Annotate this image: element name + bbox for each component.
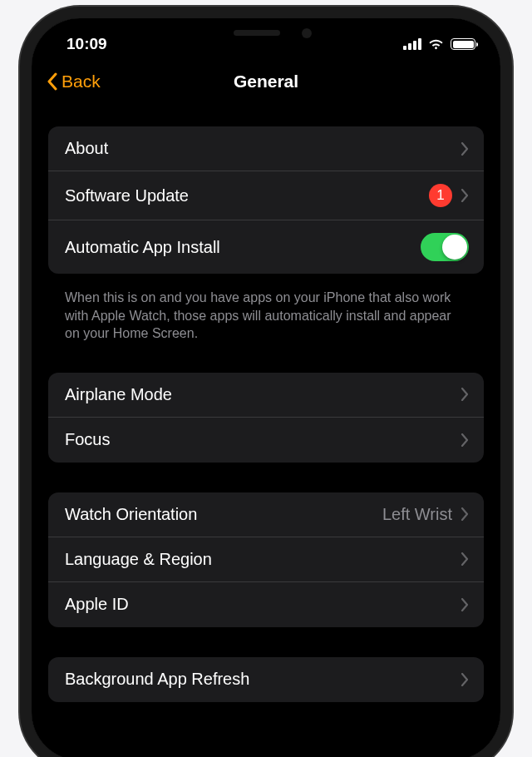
row-focus[interactable]: Focus: [48, 418, 484, 463]
row-label: Automatic App Install: [65, 238, 220, 257]
back-button[interactable]: Back: [47, 72, 101, 92]
cellular-signal-icon: [403, 38, 421, 50]
row-apple-id[interactable]: Apple ID: [48, 582, 484, 627]
settings-group-1: About Software Update 1 Automatic App In…: [48, 126, 484, 274]
chevron-right-icon: [461, 673, 469, 686]
chevron-right-icon: [461, 433, 469, 447]
row-label: Airplane Mode: [65, 385, 172, 404]
chevron-right-icon: [461, 388, 469, 401]
row-about[interactable]: About: [48, 126, 484, 171]
row-label: Background App Refresh: [65, 670, 249, 689]
row-label: Watch Orientation: [65, 505, 197, 524]
row-label: Apple ID: [65, 595, 129, 614]
row-label: Software Update: [65, 186, 189, 205]
navigation-bar: Back General: [32, 60, 500, 103]
row-language-region[interactable]: Language & Region: [48, 537, 484, 582]
chevron-right-icon: [461, 552, 469, 566]
page-title: General: [234, 72, 298, 92]
chevron-right-icon: [461, 507, 469, 521]
row-label: Focus: [65, 430, 110, 449]
chevron-left-icon: [47, 72, 58, 91]
update-badge: 1: [429, 184, 452, 207]
battery-icon: [451, 38, 475, 50]
group-footer: When this is on and you have apps on you…: [48, 280, 484, 343]
settings-group-3: Watch Orientation Left Wrist Language & …: [48, 492, 484, 627]
back-label: Back: [62, 72, 101, 92]
row-watch-orientation[interactable]: Watch Orientation Left Wrist: [48, 492, 484, 537]
settings-group-4: Background App Refresh: [48, 657, 484, 702]
wifi-icon: [428, 38, 444, 50]
chevron-right-icon: [461, 598, 469, 611]
row-software-update[interactable]: Software Update 1: [48, 171, 484, 220]
settings-group-2: Airplane Mode Focus: [48, 373, 484, 463]
auto-install-toggle[interactable]: [421, 233, 469, 261]
chevron-right-icon: [461, 142, 469, 156]
row-background-app-refresh[interactable]: Background App Refresh: [48, 657, 484, 702]
chevron-right-icon: [461, 189, 469, 202]
row-value: Left Wrist: [382, 505, 452, 524]
row-label: About: [65, 139, 108, 158]
row-automatic-app-install: Automatic App Install: [48, 220, 484, 274]
row-airplane-mode[interactable]: Airplane Mode: [48, 373, 484, 418]
status-time: 10:09: [66, 35, 107, 53]
row-label: Language & Region: [65, 550, 212, 569]
